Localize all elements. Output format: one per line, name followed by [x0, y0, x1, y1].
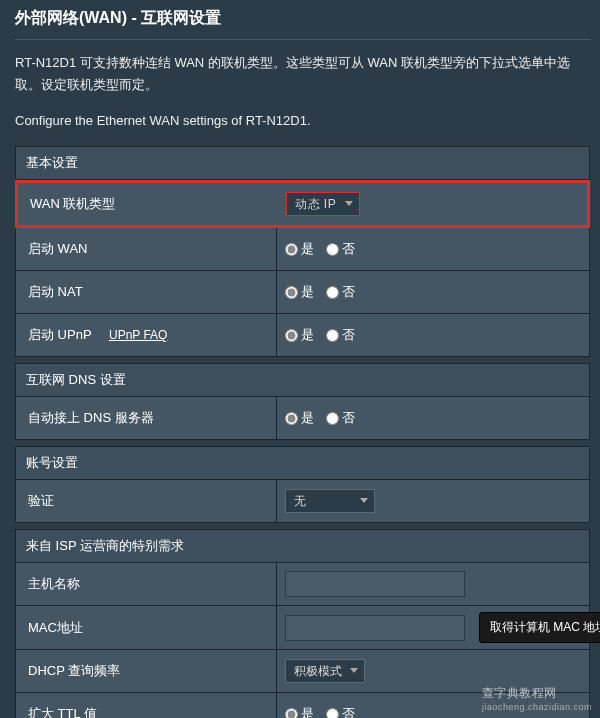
row-auto-dns: 自动接上 DNS 服务器 是 否 [15, 397, 590, 440]
watermark: 查字典教程网 jiaocheng.chazidian.com [482, 685, 592, 712]
input-mac-addr[interactable] [285, 615, 465, 641]
row-enable-nat: 启动 NAT 是 否 [15, 271, 590, 314]
section-dns-header: 互联网 DNS 设置 [15, 363, 590, 397]
label-mac-addr: MAC地址 [16, 609, 276, 647]
radio-nat-no[interactable] [326, 286, 339, 299]
radio-upnp-no[interactable] [326, 329, 339, 342]
intro-text-1: RT-N12D1 可支持数种连结 WAN 的联机类型。这些类型可从 WAN 联机… [15, 52, 590, 96]
label-ttl: 扩大 TTL 值 [16, 695, 276, 718]
radio-upnp-yes[interactable] [285, 329, 298, 342]
section-account-header: 账号设置 [15, 446, 590, 480]
button-get-mac[interactable]: 取得计算机 MAC 地址 [479, 612, 600, 643]
radio-wan-yes[interactable] [285, 243, 298, 256]
label-auth: 验证 [16, 482, 276, 520]
row-auth: 验证 无 [15, 480, 590, 523]
label-enable-wan: 启动 WAN [16, 230, 276, 268]
radio-label-yes: 是 [301, 240, 314, 258]
radio-dns-no[interactable] [326, 412, 339, 425]
select-wan-type[interactable]: 动态 IP [286, 192, 360, 216]
input-host-name[interactable] [285, 571, 465, 597]
radio-ttl-yes[interactable] [285, 708, 298, 718]
page-title: 外部网络(WAN) - 互联网设置 [15, 0, 590, 40]
label-dhcp-freq: DHCP 查询频率 [16, 652, 276, 690]
label-auto-dns: 自动接上 DNS 服务器 [16, 399, 276, 437]
select-dhcp-freq[interactable]: 积极模式 [285, 659, 365, 683]
radio-wan-no[interactable] [326, 243, 339, 256]
intro-text-2: Configure the Ethernet WAN settings of R… [15, 110, 590, 132]
row-mac-addr: MAC地址 取得计算机 MAC 地址 [15, 606, 590, 650]
radio-label-no: 否 [342, 240, 355, 258]
label-enable-upnp: 启动 UPnP [28, 327, 91, 342]
radio-nat-yes[interactable] [285, 286, 298, 299]
label-host-name: 主机名称 [16, 565, 276, 603]
row-wan-type: WAN 联机类型 动态 IP [15, 180, 590, 228]
row-host-name: 主机名称 [15, 563, 590, 606]
link-upnp-faq[interactable]: UPnP FAQ [109, 328, 167, 342]
row-enable-wan: 启动 WAN 是 否 [15, 228, 590, 271]
section-basic-header: 基本设置 [15, 146, 590, 180]
row-enable-upnp: 启动 UPnP UPnP FAQ 是 否 [15, 314, 590, 357]
radio-ttl-no[interactable] [326, 708, 339, 718]
section-isp-header: 来自 ISP 运营商的特别需求 [15, 529, 590, 563]
label-enable-nat: 启动 NAT [16, 273, 276, 311]
radio-dns-yes[interactable] [285, 412, 298, 425]
select-auth[interactable]: 无 [285, 489, 375, 513]
label-wan-type: WAN 联机类型 [18, 185, 278, 223]
